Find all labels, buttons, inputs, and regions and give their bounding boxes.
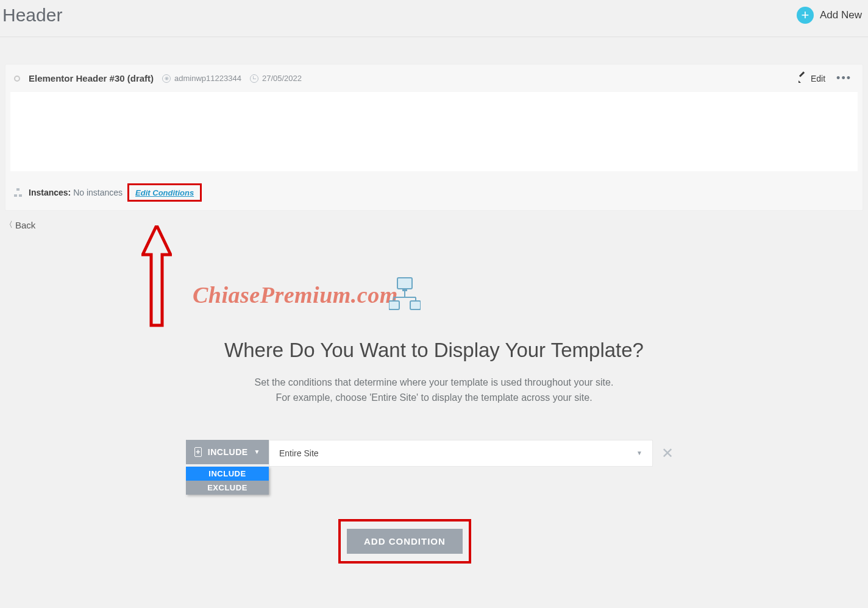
add-new-label: Add New (820, 9, 862, 21)
edit-button[interactable]: Edit (799, 74, 825, 83)
more-menu-icon[interactable]: ••• (834, 72, 854, 85)
include-dropdown: INCLUDE EXCLUDE (186, 467, 269, 495)
svg-rect-8 (410, 301, 421, 309)
add-condition-highlight: ADD CONDITION (338, 519, 471, 564)
caret-down-icon: ▼ (636, 450, 642, 456)
conditions-desc-1: Set the conditions that determine where … (0, 375, 868, 391)
conditions-panel: Where Do You Want to Display Your Templa… (0, 339, 868, 467)
annotation-arrow-icon (141, 225, 172, 328)
conditions-desc-2: For example, choose 'Entire Site' to dis… (0, 391, 868, 406)
include-label: INCLUDE (208, 447, 248, 457)
watermark-text: ChiasePremium.com (193, 281, 398, 308)
template-card: Elementor Header #30 (draft) ◉ adminwp11… (5, 64, 863, 211)
device-responsive-icon (389, 277, 421, 311)
condition-scope-select[interactable]: Entire Site ▼ (269, 440, 653, 467)
svg-rect-2 (402, 289, 407, 291)
clock-icon (250, 74, 258, 83)
include-exclude-toggle[interactable]: + INCLUDE ▼ (186, 440, 269, 464)
user-icon: ◉ (162, 74, 171, 83)
page-title: Header (2, 5, 62, 26)
edit-label: Edit (811, 74, 825, 83)
svg-rect-1 (397, 278, 412, 289)
instances-value: No instances (73, 188, 123, 197)
edit-conditions-link[interactable]: Edit Conditions (135, 188, 194, 197)
date-meta: 27/05/2022 (250, 74, 302, 83)
plus-icon: + (797, 7, 814, 24)
dropdown-option-exclude[interactable]: EXCLUDE (186, 481, 269, 495)
template-title: Elementor Header #30 (draft) (29, 73, 154, 83)
conditions-title: Where Do You Want to Display Your Templa… (0, 339, 868, 362)
date-value: 27/05/2022 (262, 74, 302, 83)
dropdown-option-include[interactable]: INCLUDE (186, 467, 269, 481)
caret-down-icon: ▼ (254, 448, 260, 455)
author-meta: ◉ adminwp11223344 (162, 74, 241, 83)
back-button[interactable]: 〈 Back (0, 211, 868, 239)
add-condition-button[interactable]: ADD CONDITION (347, 529, 463, 554)
card-footer: Instances: No instances Edit Conditions (5, 179, 863, 210)
select-value: Entire Site (279, 448, 319, 458)
back-label: Back (15, 220, 35, 230)
edit-conditions-highlight: Edit Conditions (127, 183, 202, 202)
plus-square-icon: + (194, 447, 202, 457)
author-name: adminwp11223344 (174, 74, 241, 83)
svg-rect-7 (389, 301, 399, 309)
sitemap-icon (14, 188, 23, 197)
condition-row: + INCLUDE ▼ INCLUDE EXCLUDE Entire Site … (0, 440, 868, 467)
instances-label: Instances: (29, 188, 71, 197)
chevron-left-icon: 〈 (5, 219, 13, 230)
pencil-icon (799, 74, 807, 83)
template-preview[interactable] (10, 92, 858, 171)
page-header: Header + Add New (0, 0, 868, 37)
add-new-button[interactable]: + Add New (797, 7, 862, 24)
svg-marker-0 (143, 225, 171, 325)
remove-condition-button[interactable]: ✕ (653, 440, 682, 467)
status-dot-icon (14, 76, 20, 82)
card-header: Elementor Header #30 (draft) ◉ adminwp11… (5, 65, 863, 92)
